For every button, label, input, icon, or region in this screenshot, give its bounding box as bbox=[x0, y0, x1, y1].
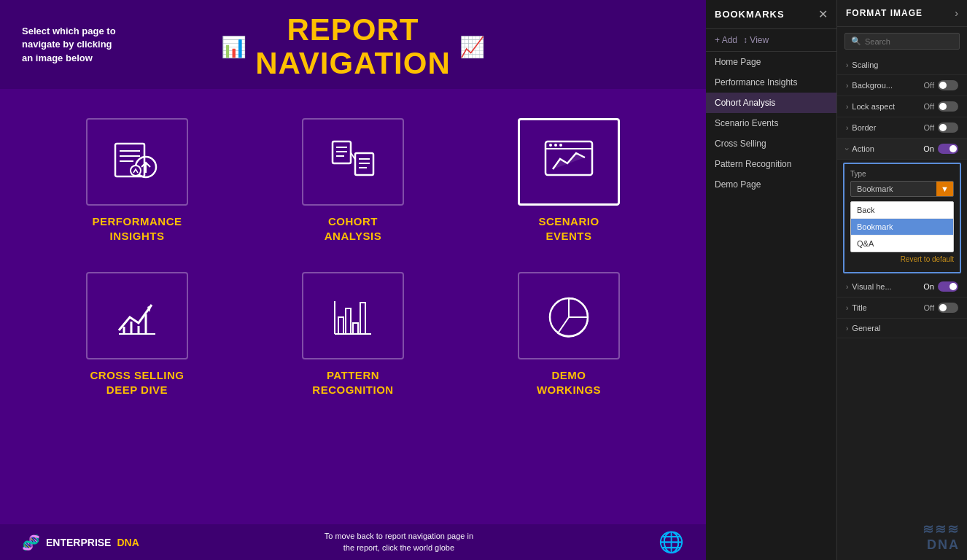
footer-dna: DNA bbox=[117, 537, 139, 548]
search-input[interactable] bbox=[865, 37, 953, 46]
header-title-block: 📊 REPORT NAVIGATION 📈 bbox=[212, 13, 493, 80]
nav-label-demo: DEMOWORKINGS bbox=[537, 368, 601, 397]
svg-rect-30 bbox=[346, 308, 351, 334]
nav-label-performance: PERFORMANCEINSIGHTS bbox=[92, 214, 182, 243]
footer-enterprise: ENTERPRISE bbox=[46, 537, 111, 548]
chevron-border: › bbox=[846, 124, 848, 132]
bm-item-pattern[interactable]: Pattern Recognition bbox=[706, 154, 836, 174]
background-label: Backgrou... bbox=[852, 81, 893, 90]
format-panel: FORMAT IMAGE › 🔍 › Scaling › Backgrou...… bbox=[837, 0, 967, 560]
title-label: Title bbox=[852, 303, 866, 312]
lock-aspect-label: Lock aspect bbox=[852, 102, 895, 111]
format-row-border[interactable]: › Border Off bbox=[837, 117, 967, 139]
svg-rect-29 bbox=[338, 317, 343, 334]
format-row-title[interactable]: › Title Off bbox=[837, 298, 967, 319]
visual-header-status: On bbox=[923, 282, 934, 291]
type-dropdown[interactable]: Bookmark ▼ bbox=[850, 181, 954, 197]
format-panel-title: FORMAT IMAGE bbox=[846, 8, 923, 18]
format-bottom: ≋≋≋DNA bbox=[837, 514, 967, 560]
nav-item-demo[interactable]: DEMOWORKINGS bbox=[461, 257, 677, 411]
title-toggle[interactable] bbox=[938, 303, 958, 313]
visual-header-label: Visual he... bbox=[852, 282, 891, 291]
background-status: Off bbox=[924, 81, 934, 90]
border-toggle[interactable] bbox=[938, 122, 958, 133]
nav-item-pattern[interactable]: PATTERNRECOGNITION bbox=[245, 257, 461, 411]
revert-to-default-button[interactable]: Revert to default bbox=[850, 252, 954, 266]
footer-brand: 🧬 ENTERPRISE DNA bbox=[22, 534, 139, 551]
dna-watermark: ≋≋≋DNA bbox=[844, 521, 960, 553]
chevron-background: › bbox=[846, 82, 848, 90]
nav-item-scenario[interactable]: SCENARIOEVENTS bbox=[461, 104, 677, 257]
title-line2: NAVIGATION bbox=[255, 47, 450, 80]
icon-box-pattern bbox=[302, 272, 404, 359]
chevron-lock-aspect: › bbox=[846, 103, 848, 111]
border-label: Border bbox=[852, 123, 876, 132]
bookmarks-title: BOOKMARKS bbox=[715, 9, 785, 20]
search-box[interactable]: 🔍 bbox=[844, 33, 960, 50]
bookmarks-close-button[interactable]: ✕ bbox=[818, 7, 828, 21]
format-next-arrow[interactable]: › bbox=[955, 7, 958, 19]
header-instruction: Select which page to navigate by clickin… bbox=[22, 25, 124, 65]
chevron-title: › bbox=[846, 304, 848, 312]
nav-label-cohort: COHORTANALYSIS bbox=[325, 214, 381, 243]
format-header: FORMAT IMAGE › bbox=[837, 0, 967, 27]
dropdown-arrow[interactable]: ▼ bbox=[936, 182, 953, 196]
icon-box-demo bbox=[518, 272, 620, 359]
bookmarks-add-button[interactable]: + Add bbox=[715, 35, 737, 45]
scaling-label: Scaling bbox=[852, 61, 878, 69]
option-bookmark[interactable]: Bookmark bbox=[851, 219, 953, 236]
header-bar: Select which page to navigate by clickin… bbox=[0, 0, 706, 89]
visual-header-toggle[interactable] bbox=[938, 281, 958, 292]
option-back[interactable]: Back bbox=[851, 202, 953, 219]
chevron-action: › bbox=[843, 147, 851, 149]
border-status: Off bbox=[924, 123, 934, 132]
nav-grid: PERFORMANCEINSIGHTS COHORTANALYSIS bbox=[0, 89, 706, 426]
bookmarks-actions: + Add ↕ View bbox=[706, 29, 836, 52]
nav-item-cross-selling[interactable]: CROSS SELLINGDEEP DIVE bbox=[29, 257, 245, 411]
type-label: Type bbox=[850, 170, 954, 178]
bookmarks-view-button[interactable]: ↕ View bbox=[743, 35, 769, 45]
format-row-general[interactable]: › General bbox=[837, 319, 967, 338]
format-row-lock-aspect[interactable]: › Lock aspect Off bbox=[837, 96, 967, 117]
bm-item-home[interactable]: Home Page bbox=[706, 52, 836, 72]
bookmarks-panel: BOOKMARKS ✕ + Add ↕ View Home Page Perfo… bbox=[706, 0, 837, 560]
nav-item-performance[interactable]: PERFORMANCEINSIGHTS bbox=[29, 104, 245, 257]
nav-label-scenario: SCENARIOEVENTS bbox=[538, 214, 599, 243]
icon-box-scenario bbox=[518, 118, 620, 206]
background-toggle[interactable] bbox=[938, 80, 958, 90]
svg-rect-31 bbox=[353, 323, 358, 334]
footer-globe-icon[interactable]: 🌐 bbox=[659, 530, 684, 554]
svg-point-18 bbox=[549, 144, 552, 147]
format-sections: › Scaling › Backgrou... Off › Lock aspec… bbox=[837, 55, 967, 514]
search-icon: 🔍 bbox=[851, 36, 861, 46]
bm-item-demo[interactable]: Demo Page bbox=[706, 174, 836, 195]
svg-rect-16 bbox=[545, 141, 592, 175]
chevron-scaling: › bbox=[846, 61, 848, 69]
bm-item-performance[interactable]: Performance Insights bbox=[706, 72, 836, 93]
bm-item-cohort[interactable]: Cohort Analysis bbox=[706, 93, 836, 113]
action-toggle[interactable] bbox=[938, 144, 958, 154]
format-row-action[interactable]: › Action On bbox=[837, 139, 967, 160]
title-line1: REPORT bbox=[255, 13, 450, 47]
title-status: Off bbox=[924, 303, 934, 312]
format-row-background[interactable]: › Backgrou... Off bbox=[837, 75, 967, 96]
bm-item-cross[interactable]: Cross Selling bbox=[706, 133, 836, 154]
nav-label-pattern: PATTERNRECOGNITION bbox=[312, 368, 393, 397]
dropdown-options-list: Back Bookmark Q&A bbox=[850, 201, 954, 252]
option-qa[interactable]: Q&A bbox=[851, 236, 953, 252]
chart-icon-right: 📈 bbox=[459, 35, 485, 59]
footer-bar: 🧬 ENTERPRISE DNA To move back to report … bbox=[0, 524, 706, 560]
chevron-general: › bbox=[846, 324, 848, 332]
main-canvas: Select which page to navigate by clickin… bbox=[0, 0, 706, 560]
bm-item-scenario[interactable]: Scenario Events bbox=[706, 113, 836, 133]
dropdown-current-value: Bookmark bbox=[851, 182, 936, 196]
icon-box-performance bbox=[86, 118, 188, 206]
lock-aspect-toggle[interactable] bbox=[938, 101, 958, 112]
format-row-visual-header[interactable]: › Visual he... On bbox=[837, 276, 967, 298]
nav-item-cohort[interactable]: COHORTANALYSIS bbox=[245, 104, 461, 257]
svg-rect-32 bbox=[360, 303, 365, 334]
action-dropdown-section: Type Bookmark ▼ Back Bookmark Q&A Revert… bbox=[843, 163, 961, 273]
chart-icon-left: 📊 bbox=[221, 35, 246, 59]
bookmarks-list: Home Page Performance Insights Cohort An… bbox=[706, 52, 836, 560]
format-row-scaling[interactable]: › Scaling bbox=[837, 55, 967, 75]
